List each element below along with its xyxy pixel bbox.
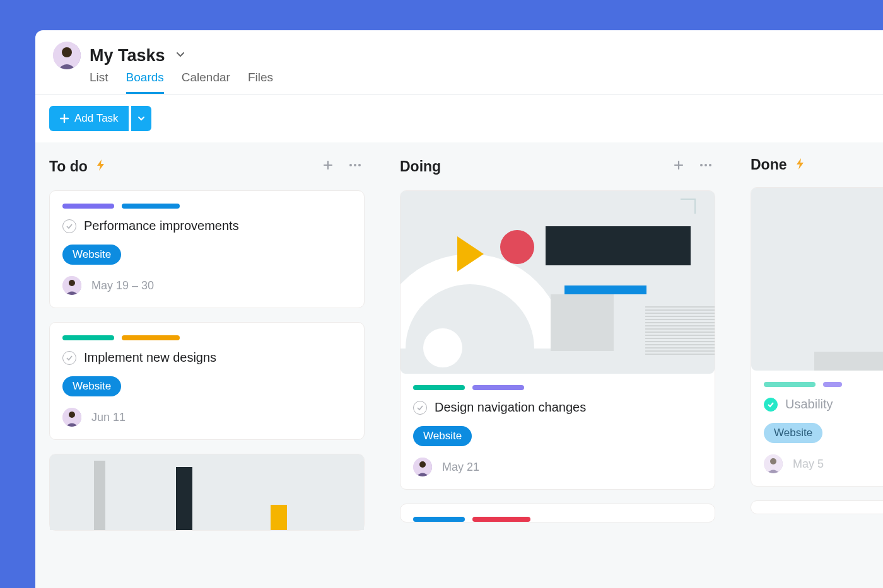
svg-point-8 xyxy=(69,412,75,418)
complete-task-icon[interactable] xyxy=(413,401,427,415)
svg-point-11 xyxy=(709,164,711,166)
svg-point-13 xyxy=(419,461,426,468)
task-card[interactable]: Usability Website May 5 xyxy=(751,187,883,487)
tag-pill[interactable]: Website xyxy=(764,423,822,443)
card-project-bars xyxy=(413,517,702,522)
column-menu-icon[interactable] xyxy=(346,156,365,176)
board-area: To do xyxy=(35,142,883,588)
complete-task-icon[interactable] xyxy=(62,219,76,233)
title-dropdown-icon[interactable] xyxy=(174,48,187,63)
project-bar xyxy=(413,517,465,522)
task-title: Usability xyxy=(785,397,833,412)
column-header: Done xyxy=(751,156,883,173)
project-bar xyxy=(122,335,180,340)
column-title: To do xyxy=(49,158,88,175)
app-window: My Tasks List Boards Calendar Files Add … xyxy=(35,30,883,588)
add-task-dropdown-button[interactable] xyxy=(131,106,151,131)
svg-point-6 xyxy=(69,280,75,286)
chevron-down-icon xyxy=(137,114,146,123)
column-title: Done xyxy=(751,156,787,173)
card-project-bars xyxy=(62,335,351,340)
project-bar xyxy=(62,335,114,340)
svg-point-9 xyxy=(700,164,703,166)
column-header: Doing xyxy=(400,156,715,176)
complete-task-icon[interactable] xyxy=(764,398,778,412)
tab-list[interactable]: List xyxy=(90,71,108,94)
column-menu-icon[interactable] xyxy=(696,156,715,176)
due-date: May 19 – 30 xyxy=(91,279,154,292)
add-task-button[interactable]: Add Task xyxy=(49,106,129,131)
page-header: My Tasks List Boards Calendar Files xyxy=(35,30,883,95)
tab-calendar[interactable]: Calendar xyxy=(182,71,230,94)
add-card-icon[interactable] xyxy=(670,156,687,176)
task-title: Design navigation changes xyxy=(435,400,586,415)
task-card[interactable]: Performance improvements Website May 19 … xyxy=(49,190,365,308)
project-bar xyxy=(472,385,524,390)
column-header: To do xyxy=(49,156,365,176)
svg-point-2 xyxy=(349,164,352,166)
column-done: Done Usability xyxy=(751,156,883,588)
column-todo: To do xyxy=(49,156,365,588)
add-card-icon[interactable] xyxy=(319,156,337,176)
assignee-avatar[interactable] xyxy=(764,454,783,473)
tab-boards[interactable]: Boards xyxy=(126,71,164,94)
plus-icon xyxy=(59,113,69,124)
svg-point-15 xyxy=(770,458,776,464)
project-bar xyxy=(413,385,465,390)
task-card[interactable] xyxy=(49,454,365,531)
lightning-icon[interactable] xyxy=(793,157,807,173)
user-avatar[interactable] xyxy=(53,42,81,69)
task-card[interactable] xyxy=(751,500,883,514)
due-date: Jun 11 xyxy=(91,411,126,424)
svg-point-3 xyxy=(354,164,356,166)
card-cover-image xyxy=(50,454,364,530)
lightning-icon[interactable] xyxy=(94,158,108,175)
project-bar xyxy=(823,382,842,387)
assignee-avatar[interactable] xyxy=(62,408,81,427)
tag-pill[interactable]: Website xyxy=(413,426,472,446)
card-project-bars xyxy=(62,204,351,209)
page-title: My Tasks xyxy=(90,46,165,66)
card-cover-image xyxy=(751,188,883,371)
due-date: May 5 xyxy=(793,458,824,471)
task-card[interactable]: Implement new designs Website Jun 11 xyxy=(49,322,365,440)
tag-pill[interactable]: Website xyxy=(62,376,121,396)
card-project-bars xyxy=(413,385,702,390)
card-cover-image xyxy=(401,191,715,374)
task-title: Implement new designs xyxy=(84,350,216,365)
task-card[interactable] xyxy=(400,504,715,522)
card-project-bars xyxy=(764,382,883,387)
project-bar xyxy=(472,517,530,522)
assignee-avatar[interactable] xyxy=(413,458,432,476)
column-doing: Doing xyxy=(400,156,715,588)
tag-pill[interactable]: Website xyxy=(62,245,121,265)
assignee-avatar[interactable] xyxy=(62,276,81,295)
toolbar: Add Task xyxy=(35,95,883,142)
svg-point-4 xyxy=(358,164,361,166)
add-task-label: Add Task xyxy=(74,112,119,125)
project-bar xyxy=(122,204,180,209)
task-title: Performance improvements xyxy=(84,219,239,233)
project-bar xyxy=(764,382,816,387)
svg-point-10 xyxy=(705,164,707,166)
task-card[interactable]: Design navigation changes Website May 21 xyxy=(400,190,715,490)
svg-point-1 xyxy=(62,47,72,57)
project-bar xyxy=(62,204,114,209)
tab-files[interactable]: Files xyxy=(248,71,273,94)
due-date: May 21 xyxy=(442,461,479,474)
column-title: Doing xyxy=(400,158,441,175)
complete-task-icon[interactable] xyxy=(62,351,76,365)
view-tabs: List Boards Calendar Files xyxy=(90,71,865,94)
